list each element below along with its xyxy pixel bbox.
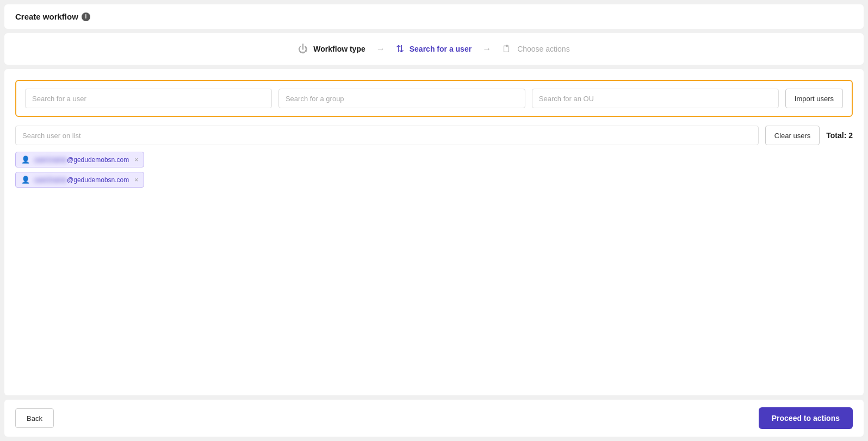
step-search-user: ⇅ Search for a user bbox=[396, 43, 472, 55]
import-users-button[interactable]: Import users bbox=[785, 89, 843, 108]
user-tag: 👤 user1name@gedudemobsn.com × bbox=[15, 152, 144, 167]
search-user-icon: ⇅ bbox=[396, 43, 404, 55]
back-button[interactable]: Back bbox=[15, 408, 54, 428]
user-email: user2name@gedudemobsn.com bbox=[34, 176, 129, 184]
step-arrow-2: → bbox=[482, 44, 491, 54]
step-search-user-label: Search for a user bbox=[410, 45, 472, 53]
user-tag: 👤 user2name@gedudemobsn.com × bbox=[15, 172, 144, 188]
proceed-button[interactable]: Proceed to actions bbox=[759, 407, 853, 429]
list-controls: Clear users Total: 2 bbox=[15, 126, 853, 145]
search-row: Import users bbox=[15, 80, 853, 117]
main-content: Import users Clear users Total: 2 👤 user… bbox=[4, 69, 864, 395]
search-user-on-list-input[interactable] bbox=[15, 126, 759, 145]
remove-user-button[interactable]: × bbox=[134, 176, 138, 184]
choose-actions-icon: 🗒 bbox=[502, 44, 512, 55]
user-email: user1name@gedudemobsn.com bbox=[34, 156, 129, 164]
header-bar: Create workflow i bbox=[4, 4, 864, 29]
step-choose-actions-label: Choose actions bbox=[517, 45, 570, 53]
page-title: Create workflow i bbox=[15, 12, 90, 21]
user-icon: 👤 bbox=[21, 156, 30, 164]
page-title-text: Create workflow bbox=[15, 12, 78, 21]
user-email-suffix: @gedudemobsn.com bbox=[67, 156, 129, 164]
remove-user-button[interactable]: × bbox=[134, 156, 138, 164]
clear-users-button[interactable]: Clear users bbox=[765, 126, 820, 145]
info-icon[interactable]: i bbox=[82, 13, 90, 21]
list-section: Clear users Total: 2 👤 user1name@gedudem… bbox=[15, 126, 853, 188]
user-tags-list: 👤 user1name@gedudemobsn.com × 👤 user2nam… bbox=[15, 152, 853, 188]
step-choose-actions: 🗒 Choose actions bbox=[502, 44, 570, 55]
footer-bar: Back Proceed to actions bbox=[4, 400, 864, 437]
search-group-input[interactable] bbox=[278, 89, 525, 108]
step-arrow-1: → bbox=[376, 44, 385, 54]
workflow-type-icon: ⏻ bbox=[298, 44, 308, 55]
step-workflow-type-label: Workflow type bbox=[313, 45, 365, 53]
total-label: Total: 2 bbox=[826, 131, 853, 140]
search-ou-input[interactable] bbox=[532, 89, 779, 108]
search-user-input[interactable] bbox=[25, 89, 272, 108]
user-email-suffix: @gedudemobsn.com bbox=[67, 176, 129, 184]
step-workflow-type: ⏻ Workflow type bbox=[298, 44, 365, 55]
user-email-prefix: user2name bbox=[34, 176, 67, 184]
user-email-prefix: user1name bbox=[34, 156, 67, 164]
steps-bar: ⏻ Workflow type → ⇅ Search for a user → … bbox=[4, 33, 864, 65]
user-icon: 👤 bbox=[21, 176, 30, 184]
